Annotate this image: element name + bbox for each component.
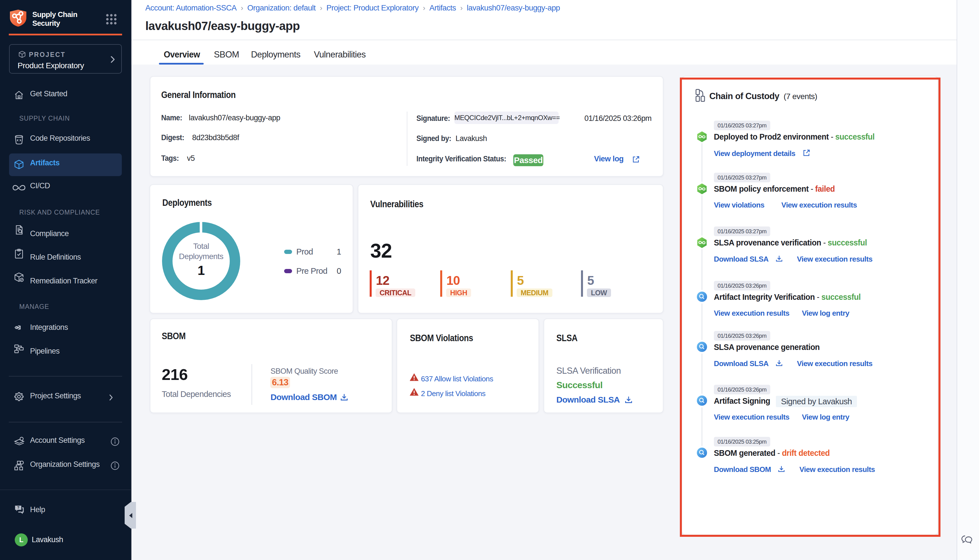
svg-text:?: ? [17,505,20,510]
